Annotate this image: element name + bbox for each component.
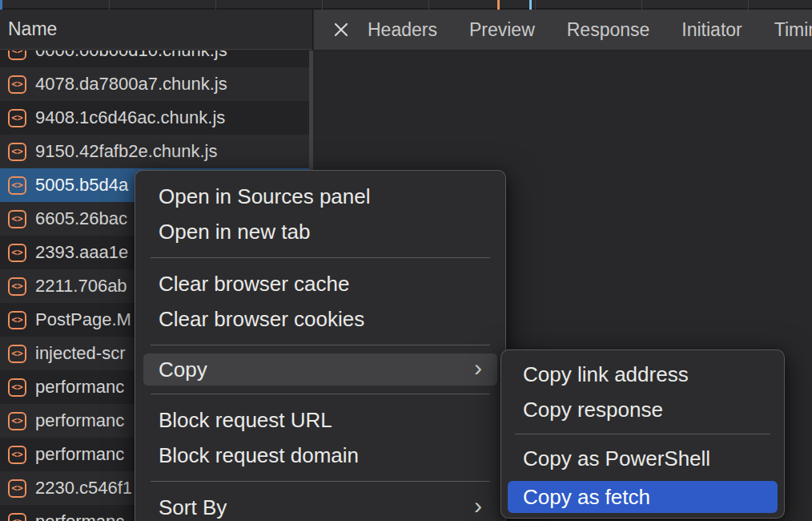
dom-content-loaded-marker (497, 0, 500, 10)
script-file-icon: <> (8, 479, 26, 498)
request-name: 2211.706ab (35, 276, 127, 297)
detail-tabbar: Headers Preview Response Initiator Timin… (314, 10, 812, 51)
menu-item-clear-browser-cache[interactable]: Clear browser cache (143, 266, 497, 301)
overview-gridline (535, 0, 536, 10)
request-name: 2393.aaa1e (35, 242, 128, 263)
request-name: PostPage.M (35, 309, 131, 330)
tab-response[interactable]: Response (567, 19, 650, 41)
menu-item-copy-response[interactable]: Copy response (508, 392, 778, 427)
menu-separator (151, 345, 490, 345)
close-detail-button[interactable] (333, 17, 349, 42)
menu-item-block-request-url[interactable]: Block request URL (143, 402, 497, 438)
copy-submenu: Copy link address Copy response Copy as … (500, 349, 785, 519)
overview-gridline (641, 0, 642, 10)
menu-item-copy[interactable]: Copy › (143, 353, 497, 386)
script-file-icon: <> (8, 210, 26, 228)
request-name: 2230.c546f1 (35, 478, 132, 499)
tab-headers[interactable]: Headers (368, 19, 437, 41)
request-name: 6605.26bac (35, 208, 127, 229)
overview-gridline (748, 0, 749, 10)
overview-gridline (428, 0, 429, 10)
menu-item-copy-as-fetch[interactable]: Copy as fetch (508, 481, 778, 513)
request-name: injected-scr (35, 343, 125, 364)
menu-item-open-in-new-tab[interactable]: Open in new tab (143, 214, 497, 249)
script-file-icon: <> (8, 412, 26, 430)
script-file-icon: <> (8, 345, 26, 363)
menu-separator (151, 394, 490, 394)
overview-gridline (215, 0, 216, 10)
script-file-icon: <> (8, 311, 26, 329)
script-file-icon: <> (8, 446, 26, 464)
tab-timing[interactable]: Timing (774, 19, 812, 41)
network-overview-strip[interactable] (0, 0, 812, 10)
script-file-icon: <> (8, 50, 26, 60)
menu-item-open-in-sources[interactable]: Open in Sources panel (143, 179, 497, 214)
script-file-icon: <> (8, 176, 26, 195)
menu-separator (515, 434, 770, 434)
table-row[interactable]: <> 9408.1c6d46ac.chunk.js (0, 101, 309, 135)
request-name: performanc (35, 511, 124, 521)
request-name: performanc (35, 410, 124, 431)
request-name: 0000.00b00d10.chunk.js (35, 50, 227, 61)
script-file-icon: <> (8, 378, 26, 397)
overview-gridline (322, 0, 323, 10)
request-name: 5005.b5d4a (35, 175, 128, 196)
script-file-icon: <> (8, 513, 26, 521)
script-file-icon: <> (8, 277, 26, 296)
context-menu: Open in Sources panel Open in new tab Cl… (135, 170, 506, 521)
tab-initiator[interactable]: Initiator (681, 19, 742, 41)
script-file-icon: <> (8, 143, 26, 161)
request-name: 9150.42fafb2e.chunk.js (35, 141, 218, 162)
name-column-header[interactable]: Name (0, 10, 312, 50)
menu-separator (151, 481, 490, 482)
menu-item-clear-browser-cookies[interactable]: Clear browser cookies (143, 301, 497, 337)
tab-preview[interactable]: Preview (469, 19, 535, 41)
menu-item-copy-link-address[interactable]: Copy link address (508, 357, 778, 392)
overview-gridline (109, 0, 110, 10)
script-file-icon: <> (8, 109, 26, 127)
table-row[interactable]: <> 0000.00b00d10.chunk.js (0, 50, 309, 67)
close-icon (333, 22, 349, 38)
devtools-window: Name <> 0000.00b00d10.chunk.js <> 4078.d… (0, 0, 812, 521)
load-event-marker (529, 0, 532, 10)
request-name: 9408.1c6d46ac.chunk.js (35, 107, 225, 128)
table-row[interactable]: <> 9150.42fafb2e.chunk.js (0, 135, 309, 168)
request-name: performanc (35, 444, 124, 465)
menu-item-sort-by[interactable]: Sort By › (143, 490, 497, 521)
overview-selection-marker (0, 0, 2, 10)
request-name: performanc (35, 377, 124, 398)
menu-separator (151, 257, 490, 258)
script-file-icon: <> (8, 75, 26, 94)
menu-item-copy-as-powershell[interactable]: Copy as PowerShell (508, 441, 778, 476)
menu-item-block-request-domain[interactable]: Block request domain (143, 438, 497, 473)
request-name: 4078.da7800a7.chunk.js (35, 74, 227, 95)
table-row[interactable]: <> 4078.da7800a7.chunk.js (0, 67, 309, 101)
script-file-icon: <> (8, 244, 26, 262)
